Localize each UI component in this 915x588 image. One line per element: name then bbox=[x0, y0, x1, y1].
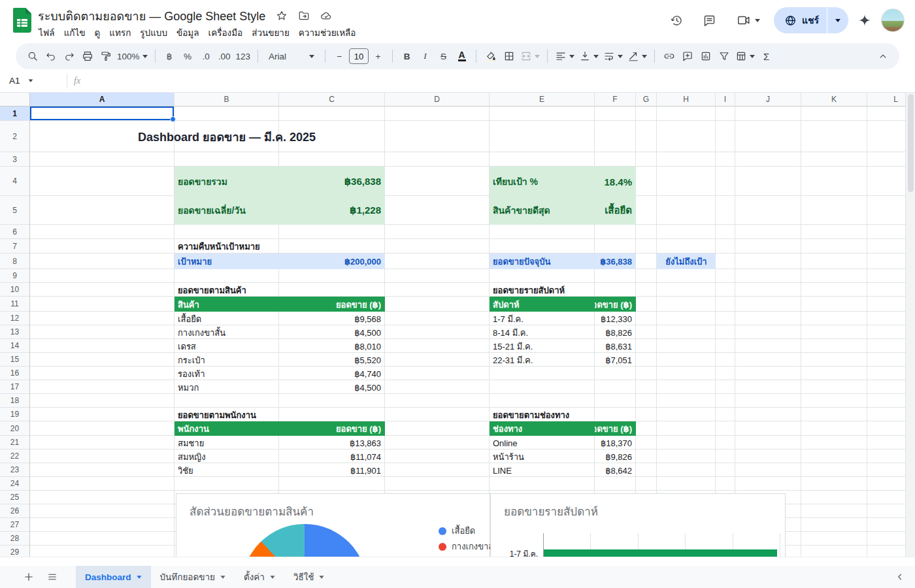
column-header-F[interactable]: F bbox=[595, 93, 636, 106]
format-percent-button[interactable]: % bbox=[179, 48, 197, 65]
more-formats-button[interactable]: 123 bbox=[234, 48, 253, 65]
menu-help[interactable]: ความช่วยเหลือ bbox=[294, 24, 361, 42]
cell-F12[interactable]: ฿12,330 bbox=[595, 312, 636, 325]
cell-F4[interactable]: 18.4% bbox=[595, 167, 636, 196]
column-header-E[interactable]: E bbox=[490, 93, 595, 106]
column-header-C[interactable]: C bbox=[279, 93, 385, 106]
cell-B16[interactable]: รองเท้า bbox=[175, 367, 279, 380]
row-header-7[interactable]: 7 bbox=[0, 239, 30, 253]
meet-caret-icon[interactable] bbox=[755, 19, 760, 22]
cell-C17[interactable]: ฿4,500 bbox=[279, 380, 385, 394]
insert-comment-icon[interactable] bbox=[678, 48, 696, 65]
vertical-scrollbar-thumb[interactable] bbox=[908, 94, 914, 192]
row-header-26[interactable]: 26 bbox=[0, 504, 30, 518]
row-header-1[interactable]: 1 bbox=[0, 106, 30, 121]
table-views-icon[interactable] bbox=[733, 48, 757, 65]
cell-C5[interactable]: ฿1,228 bbox=[279, 196, 385, 225]
horizontal-align-icon[interactable] bbox=[553, 48, 576, 65]
cell-F11[interactable]: ยอดขาย (฿) bbox=[595, 297, 636, 312]
menu-view[interactable]: ดู bbox=[90, 24, 105, 42]
column-header-B[interactable]: B bbox=[175, 93, 279, 106]
row-header-22[interactable]: 22 bbox=[0, 449, 30, 463]
row-header-3[interactable]: 3 bbox=[0, 152, 30, 167]
menu-file[interactable]: ไฟล์ bbox=[34, 24, 59, 42]
cell-E4[interactable]: เทียบเป้า % bbox=[490, 167, 595, 196]
cell-E19[interactable]: ยอดขายตามช่องทาง bbox=[490, 408, 595, 421]
menu-data[interactable]: ข้อมูล bbox=[172, 24, 204, 42]
cell-B23[interactable]: วิชัย bbox=[175, 463, 279, 477]
redo-icon[interactable] bbox=[60, 48, 78, 65]
row-header-13[interactable]: 13 bbox=[0, 325, 30, 339]
pie-chart[interactable]: สัดส่วนยอดขายตามสินค้าเสื้อยืดกางเกงขาสั… bbox=[176, 493, 490, 557]
menu-tools[interactable]: เครื่องมือ bbox=[204, 24, 248, 42]
zoom-select[interactable]: 100% bbox=[115, 48, 150, 65]
undo-icon[interactable] bbox=[42, 48, 59, 65]
functions-sum-button[interactable]: Σ bbox=[757, 48, 775, 65]
bold-button[interactable]: B bbox=[398, 48, 416, 65]
column-header-H[interactable]: H bbox=[657, 93, 716, 106]
sheet-tab-dashboard[interactable]: Dashboard bbox=[76, 566, 151, 588]
cell-B2[interactable]: Dashboard ยอดขาย — มี.ค. 2025 bbox=[175, 121, 279, 152]
row-header-23[interactable]: 23 bbox=[0, 463, 30, 477]
sheets-logo[interactable] bbox=[13, 8, 31, 33]
strikethrough-button[interactable]: S bbox=[435, 48, 452, 65]
add-sheet-icon[interactable] bbox=[17, 566, 41, 588]
row-header-20[interactable]: 20 bbox=[0, 421, 30, 436]
row-header-24[interactable]: 24 bbox=[0, 477, 30, 491]
column-header-A[interactable]: A bbox=[30, 93, 175, 106]
column-header-G[interactable]: G bbox=[636, 93, 657, 106]
cell-C22[interactable]: ฿11,074 bbox=[279, 449, 385, 463]
cell-C4[interactable]: ฿36,838 bbox=[279, 167, 385, 196]
cell-B22[interactable]: สมหญิง bbox=[175, 449, 279, 463]
row-header-8[interactable]: 8 bbox=[0, 253, 30, 269]
font-select[interactable]: Arial bbox=[263, 48, 320, 65]
row-header-18[interactable]: 18 bbox=[0, 394, 30, 408]
cell-E5[interactable]: สินค้าขายดีสุด bbox=[490, 196, 595, 225]
cell-F23[interactable]: ฿8,642 bbox=[595, 463, 636, 477]
spreadsheet-grid[interactable]: ABCDEFGHIJKL1234567891011121314151617181… bbox=[0, 93, 905, 557]
cell-B14[interactable]: เดรส bbox=[175, 339, 279, 353]
row-header-5[interactable]: 5 bbox=[0, 196, 30, 225]
cell-E22[interactable]: หน้าร้าน bbox=[490, 449, 595, 463]
cell-E11[interactable]: สัปดาห์ bbox=[490, 297, 595, 312]
cloud-status-icon[interactable] bbox=[320, 10, 332, 22]
row-header-17[interactable]: 17 bbox=[0, 380, 30, 394]
cell-C11[interactable]: ยอดขาย (฿) bbox=[279, 297, 385, 312]
bar-chart[interactable]: ยอดขายรายสัปดาห์1-7 มี.ค. bbox=[490, 493, 786, 557]
gemini-sparkle-icon[interactable] bbox=[855, 7, 874, 33]
cell-C14[interactable]: ฿8,010 bbox=[279, 339, 385, 353]
cell-B15[interactable]: กระเป๋า bbox=[175, 353, 279, 367]
cell-B4[interactable]: ยอดขายรวม bbox=[175, 167, 279, 196]
cell-B21[interactable]: สมชาย bbox=[175, 436, 279, 449]
cell-F8[interactable]: ฿36,838 bbox=[595, 253, 636, 269]
row-header-11[interactable]: 11 bbox=[0, 297, 30, 312]
cell-B10[interactable]: ยอดขายตามสินค้า bbox=[175, 283, 279, 297]
move-folder-icon[interactable] bbox=[297, 10, 310, 22]
row-header-10[interactable]: 10 bbox=[0, 283, 30, 297]
cell-F22[interactable]: ฿9,826 bbox=[595, 449, 636, 463]
cell-E20[interactable]: ช่องทาง bbox=[490, 421, 595, 436]
format-currency-button[interactable]: ฿ bbox=[161, 48, 178, 65]
row-header-9[interactable]: 9 bbox=[0, 269, 30, 283]
grid-corner-box[interactable] bbox=[0, 93, 30, 106]
row-header-28[interactable]: 28 bbox=[0, 532, 30, 546]
borders-icon[interactable] bbox=[500, 48, 518, 65]
paint-format-icon[interactable] bbox=[97, 48, 114, 65]
menu-insert[interactable]: แทรก bbox=[105, 24, 135, 42]
cell-C16[interactable]: ฿4,740 bbox=[279, 367, 385, 380]
formula-input[interactable] bbox=[80, 69, 915, 92]
cell-B17[interactable]: หมวก bbox=[175, 380, 279, 394]
sheet-tab-caret-icon[interactable] bbox=[320, 576, 324, 579]
cell-F20[interactable]: ยอดขาย (฿) bbox=[595, 421, 636, 436]
cell-B11[interactable]: สินค้า bbox=[175, 297, 279, 312]
cell-C21[interactable]: ฿13,863 bbox=[279, 436, 385, 449]
collapse-toolbar-icon[interactable] bbox=[874, 48, 891, 65]
decrease-font-size-button[interactable]: − bbox=[331, 48, 348, 65]
vertical-scrollbar[interactable] bbox=[905, 93, 915, 557]
column-header-D[interactable]: D bbox=[385, 93, 490, 106]
sheet-tab-sales-log[interactable]: บันทึกยอดขาย bbox=[151, 566, 235, 588]
cell-F5[interactable]: เสื้อยืด bbox=[595, 196, 636, 225]
cell-B12[interactable]: เสื้อยืด bbox=[175, 312, 279, 325]
all-sheets-icon[interactable] bbox=[41, 566, 64, 588]
row-header-2[interactable]: 2 bbox=[0, 121, 30, 152]
